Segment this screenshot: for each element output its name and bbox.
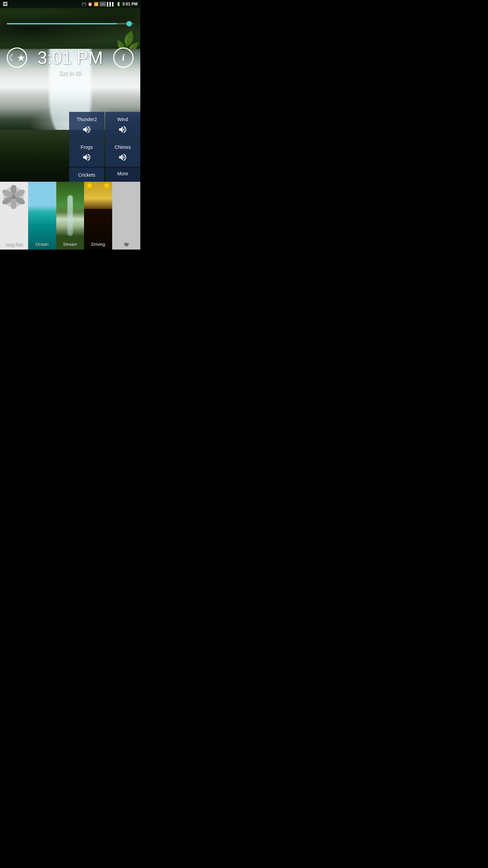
signal-icon: ▌▌▌ <box>107 2 115 6</box>
sound-tile-chimes[interactable]: Chimes <box>105 140 140 167</box>
thumbnails-row: hing Fan Ocean Stream Driving W <box>0 182 140 250</box>
cellular-4g-icon: 4G <box>100 2 105 6</box>
ocean-label: Ocean <box>28 242 56 247</box>
whitenoise-label: W <box>112 242 140 247</box>
chimes-label: Chimes <box>115 144 130 150</box>
volume-thumb[interactable] <box>126 21 132 26</box>
gallery-icon: 🖼 <box>3 1 7 7</box>
thumbnail-stream[interactable]: Stream <box>56 182 84 250</box>
clock-row: ☾★ 3:01 PM i <box>0 47 140 68</box>
moon-icon: ☾★ <box>8 52 25 63</box>
driving-thumbnail-bg <box>84 182 112 250</box>
more-label: More <box>117 171 128 176</box>
fern-decoration <box>89 35 140 49</box>
battery-icon: 🔋 <box>116 2 121 6</box>
clock-display: 3:01 PM <box>37 47 103 68</box>
sleep-timer-button[interactable]: ☾★ <box>7 47 27 68</box>
wind-speaker-icon <box>117 125 128 134</box>
alarm-icon: ⏰ <box>88 2 93 6</box>
frogs-speaker-icon <box>81 153 92 162</box>
wind-label: Wind <box>117 117 128 122</box>
vibrate-icon: 📳 <box>82 2 86 6</box>
chimes-speaker-icon <box>117 153 128 162</box>
thumbnail-whitenoise[interactable]: W <box>112 182 140 250</box>
ocean-thumbnail-bg <box>28 182 56 250</box>
driving-label: Driving <box>84 242 112 247</box>
crickets-label: Crickets <box>78 172 96 178</box>
volume-slider-container[interactable] <box>7 23 134 24</box>
sleep-timer-display: Zzz in 10 <box>59 71 81 77</box>
noise-thumbnail-bg <box>112 182 140 250</box>
volume-track[interactable] <box>7 23 134 24</box>
forest-background <box>0 8 140 49</box>
thumbnail-driving[interactable]: Driving <box>84 182 112 250</box>
thunder2-speaker-icon <box>81 125 92 134</box>
stream-label: Stream <box>56 242 84 247</box>
fan-thumbnail-bg <box>0 182 28 250</box>
sound-tile-wind[interactable]: Wind <box>105 112 140 139</box>
fan-label: hing Fan <box>0 242 28 247</box>
sound-tile-frogs[interactable]: Frogs <box>69 140 104 167</box>
thunder2-label: Thunder2 <box>77 117 97 122</box>
volume-fill <box>7 23 117 24</box>
info-button[interactable]: i <box>113 47 134 68</box>
info-icon: i <box>122 52 125 63</box>
status-left: 🖼 <box>3 1 7 7</box>
sound-tile-thunder2[interactable]: Thunder2 <box>69 112 104 139</box>
status-time: 3:01 PM <box>122 2 138 6</box>
status-bar: 🖼 📳 ⏰ 📶 4G ▌▌▌ 🔋 3:01 PM <box>0 0 140 8</box>
status-right: 📳 ⏰ 📶 4G ▌▌▌ 🔋 3:01 PM <box>82 2 138 6</box>
wifi-icon: 📶 <box>94 2 99 6</box>
thumbnail-ocean[interactable]: Ocean <box>28 182 56 250</box>
thumbnail-fan[interactable]: hing Fan <box>0 182 28 250</box>
frogs-label: Frogs <box>81 144 93 150</box>
fan-visual <box>2 185 25 209</box>
stream-thumbnail-bg <box>56 182 84 250</box>
clock-area: ☾★ 3:01 PM i Zzz in 10 <box>0 47 140 77</box>
